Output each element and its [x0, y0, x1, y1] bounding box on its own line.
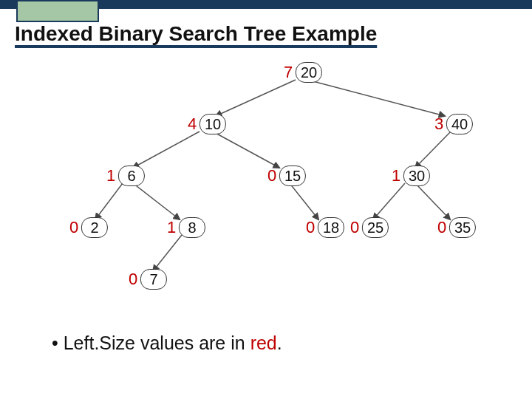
node-value: 10	[200, 114, 226, 134]
node-left-size: 0	[437, 218, 446, 237]
node-left-size: 7	[284, 63, 293, 82]
footnote-red-word: red	[250, 332, 277, 353]
svg-line-7	[290, 183, 318, 219]
footnote-suffix: .	[277, 332, 282, 353]
footnote-prefix: • Left.Size values are in	[52, 332, 250, 353]
svg-line-8	[373, 183, 405, 219]
node-left-size: 0	[69, 218, 78, 237]
tree-node: 0 15	[267, 166, 306, 186]
tree-node: 7 20	[284, 62, 322, 83]
tree-node: 0 7	[129, 269, 167, 290]
node-left-size: 1	[167, 218, 176, 237]
node-left-size: 0	[350, 218, 359, 237]
tree-node: 0 35	[437, 217, 476, 238]
node-left-size: 0	[306, 218, 315, 237]
svg-line-5	[95, 183, 123, 219]
node-left-size: 4	[188, 115, 197, 134]
svg-line-2	[133, 132, 200, 168]
tree-node: 0 18	[306, 217, 344, 238]
node-value: 2	[81, 217, 108, 238]
svg-line-10	[153, 235, 182, 271]
tree-node: 0 25	[350, 217, 389, 238]
tree-node: 1 6	[106, 166, 145, 186]
node-value: 25	[362, 217, 389, 238]
node-value: 18	[318, 217, 344, 238]
node-left-size: 0	[267, 166, 276, 185]
tree-node: 1 30	[392, 166, 430, 186]
node-left-size: 1	[392, 166, 400, 185]
tree-node: 0 2	[69, 217, 108, 238]
svg-line-6	[133, 183, 180, 219]
svg-line-1	[307, 80, 445, 116]
node-value: 20	[296, 62, 322, 83]
svg-line-9	[415, 183, 450, 219]
tree-node: 4 10	[188, 114, 226, 134]
node-value: 35	[449, 217, 476, 238]
node-left-size: 3	[434, 115, 443, 134]
svg-line-3	[213, 132, 279, 168]
node-left-size: 1	[106, 166, 115, 185]
node-left-size: 0	[129, 270, 137, 289]
node-value: 15	[279, 166, 306, 186]
node-value: 40	[446, 114, 473, 134]
tree-node: 3 40	[434, 114, 473, 134]
footnote: • Left.Size values are in red.	[52, 332, 282, 354]
node-value: 8	[179, 217, 205, 238]
node-value: 7	[140, 269, 167, 290]
svg-line-0	[216, 80, 296, 116]
node-value: 6	[118, 166, 145, 186]
node-value: 30	[403, 166, 430, 186]
svg-line-4	[415, 132, 451, 168]
tree-node: 1 8	[167, 217, 205, 238]
